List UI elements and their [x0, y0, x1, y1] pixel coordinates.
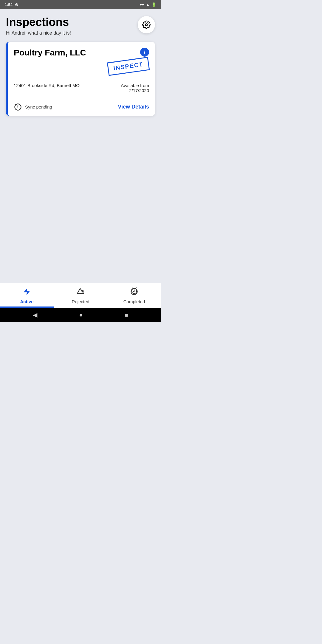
status-bar-right: ▾▾ ▲ 🔋 [140, 2, 156, 7]
active-tab-label: Active [20, 299, 33, 304]
card-info-row: 12401 Brookside Rd, Barnett MO Available… [14, 83, 149, 93]
settings-button[interactable] [138, 16, 155, 33]
active-icon [23, 287, 31, 298]
rejected-icon [76, 287, 85, 298]
content-spacer [0, 199, 161, 283]
available-date: 2/17/2020 [129, 88, 149, 93]
header-text: Inspections Hi Andrei, what a nice day i… [6, 16, 71, 36]
bottom-navigation: Active Rejected Completed [0, 283, 161, 308]
android-home-button[interactable]: ● [79, 312, 83, 318]
status-bar-left: 1:54 ⊙ [5, 2, 18, 7]
available-label: Available from [121, 83, 149, 88]
android-nav-bar: ◀ ● ■ [0, 308, 161, 322]
completed-tab-label: Completed [123, 299, 145, 304]
android-back-button[interactable]: ◀ [33, 311, 37, 318]
svg-marker-2 [24, 288, 30, 295]
battery-icon: 🔋 [151, 2, 156, 7]
nav-tab-active[interactable]: Active [0, 283, 54, 308]
svg-line-7 [132, 288, 133, 288]
wifi-icon: ▾▾ [140, 2, 144, 7]
card-top: Poultry Farm, LLC i INSPECT [14, 48, 149, 73]
farm-name: Poultry Farm, LLC [14, 48, 86, 58]
header: Inspections Hi Andrei, what a nice day i… [6, 16, 155, 36]
info-button[interactable]: i [140, 48, 149, 57]
svg-point-0 [145, 24, 148, 26]
card-divider-1 [14, 78, 149, 78]
status-time: 1:54 [5, 2, 13, 7]
card-bottom: Sync pending View Details [14, 103, 149, 111]
sync-pending-label: Sync pending [25, 104, 52, 109]
main-content: Inspections Hi Andrei, what a nice day i… [0, 9, 161, 199]
gear-icon [142, 21, 151, 29]
card-divider-2 [14, 98, 149, 98]
status-app-icon: ⊙ [15, 2, 18, 7]
card-top-right: i INSPECT [108, 48, 149, 73]
sync-status: Sync pending [14, 103, 52, 111]
rejected-tab-label: Rejected [72, 299, 89, 304]
sync-pending-icon [14, 103, 22, 111]
signal-icon: ▲ [146, 2, 150, 7]
page-title: Inspections [6, 16, 71, 29]
completed-icon [130, 287, 138, 298]
inspection-card: Poultry Farm, LLC i INSPECT 12401 Brooks… [6, 42, 155, 116]
greeting-text: Hi Andrei, what a nice day it is! [6, 30, 71, 36]
nav-tab-rejected[interactable]: Rejected [54, 283, 107, 308]
inspect-stamp[interactable]: INSPECT [107, 57, 150, 76]
status-bar: 1:54 ⊙ ▾▾ ▲ 🔋 [0, 0, 161, 9]
view-details-button[interactable]: View Details [118, 104, 149, 110]
svg-line-8 [135, 288, 137, 288]
android-recent-button[interactable]: ■ [125, 312, 128, 318]
address-text: 12401 Brookside Rd, Barnett MO [14, 83, 80, 88]
nav-tab-completed[interactable]: Completed [107, 283, 161, 308]
available-text: Available from 2/17/2020 [121, 83, 149, 93]
